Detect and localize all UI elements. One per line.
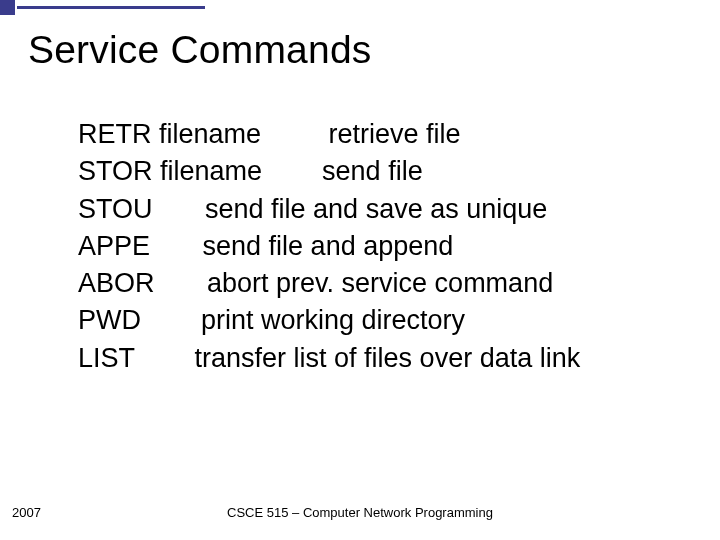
accent-line-icon [15, 0, 205, 15]
command-row: RETR filename retrieve file [78, 116, 690, 153]
command-row: LIST transfer list of files over data li… [78, 340, 690, 377]
command-row: STOU send file and save as unique [78, 191, 690, 228]
command-row: PWD print working directory [78, 302, 690, 339]
command-row: APPE send file and append [78, 228, 690, 265]
accent-bar [0, 0, 720, 15]
slide: Service Commands RETR filename retrieve … [0, 0, 720, 540]
slide-content: RETR filename retrieve file STOR filenam… [78, 116, 690, 377]
slide-title: Service Commands [28, 28, 371, 72]
command-row: ABOR abort prev. service command [78, 265, 690, 302]
footer-course: CSCE 515 – Computer Network Programming [0, 505, 720, 520]
command-row: STOR filename send file [78, 153, 690, 190]
accent-square-icon [0, 0, 15, 15]
